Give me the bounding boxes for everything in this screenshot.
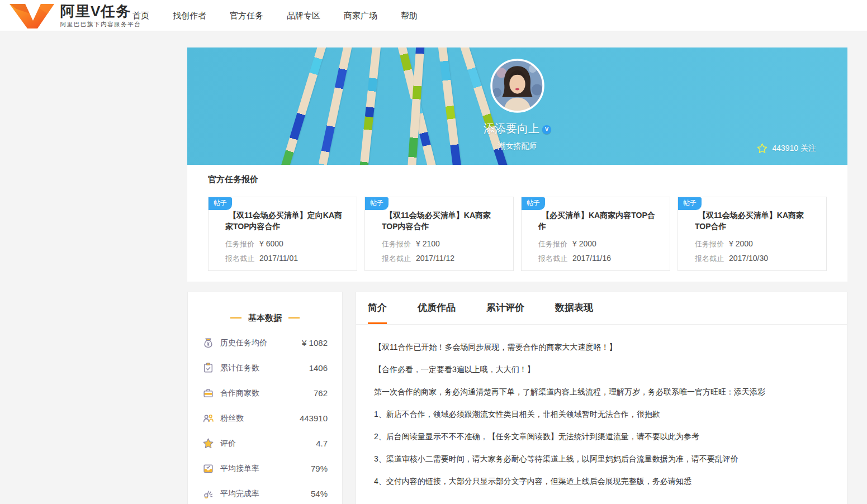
stat-label: 粉丝数 <box>220 413 244 424</box>
intro-paragraph: 1、新店不合作，领域必须跟潮流女性类目相关，非相关领域暂时无法合作，很抱歉 <box>374 408 830 420</box>
task-price-row: 任务报价¥ 2100 <box>382 239 513 249</box>
profile-name: 添添要向上 <box>484 122 539 135</box>
intro-paragraph: 3、渠道审核小二需要时间，请大家务必耐心等待渠道上线，以阿里妈妈后台流量数据为准… <box>374 453 830 465</box>
site-logo[interactable]: 阿里V任务 阿里巴巴旗下内容服务平台 <box>8 3 141 28</box>
fans-icon <box>202 412 214 424</box>
nav-item-find-creators[interactable]: 找创作者 <box>173 11 206 21</box>
task-price-value: ¥ 2000 <box>572 239 596 248</box>
task-deadline-row: 报名截止2017/11/16 <box>538 254 670 264</box>
task-price-row: 任务报价¥ 2000 <box>538 239 670 249</box>
tab-reviews[interactable]: 累计评价 <box>486 292 524 324</box>
stat-row-total-tasks: 累计任务数 1406 <box>188 355 342 381</box>
detail-tabs: 简介 优质作品 累计评价 数据表现 <box>356 292 847 325</box>
profile-name-row: 添添要向上V <box>187 121 847 136</box>
stat-label: 累计任务数 <box>220 363 259 373</box>
task-price-label: 任务报价 <box>225 240 254 248</box>
intro-paragraph: 第一次合作的商家，务必沟通清楚再下单，了解渠道内容上线流程，理解万岁，务必联系唯… <box>374 386 830 398</box>
profile-banner: 添添要向上V 潮女搭配师 443910 关注 <box>187 47 847 165</box>
stat-row-accept-rate: 平均接单率 79% <box>188 456 342 481</box>
profile-detail-panel: 简介 优质作品 累计评价 数据表现 【双11合作已开始！多会场同步展现，需要合作… <box>356 292 847 504</box>
followers-count: 443910 关注 <box>772 144 816 154</box>
verified-badge-icon: V <box>542 125 551 134</box>
post-tag-badge: 帖子 <box>209 197 232 210</box>
nav-item-brand-zone[interactable]: 品牌专区 <box>287 11 320 21</box>
main-nav: 首页 找创作者 官方任务 品牌专区 商家广场 帮助 <box>132 0 441 31</box>
nav-item-home[interactable]: 首页 <box>132 11 149 21</box>
task-card[interactable]: 帖子 【必买清单】KA商家内容TOP合作 任务报价¥ 2000 报名截止2017… <box>521 197 670 271</box>
stat-label: 历史任务均价 <box>220 338 267 348</box>
dash-decoration <box>230 317 241 318</box>
nav-item-merchant-plaza[interactable]: 商家广场 <box>344 11 377 21</box>
stat-value: 54% <box>311 489 328 498</box>
profile-category: 潮女搭配师 <box>187 141 847 151</box>
stat-value: 1406 <box>309 363 328 373</box>
post-tag-badge: 帖子 <box>365 197 389 210</box>
post-tag-badge: 帖子 <box>522 197 545 210</box>
stat-value: 443910 <box>300 413 328 423</box>
post-tag-badge: 帖子 <box>678 197 702 210</box>
stat-value: 79% <box>311 464 328 473</box>
logo-text: 阿里V任务 阿里巴巴旗下内容服务平台 <box>60 3 141 28</box>
task-price-row: 任务报价¥ 6000 <box>225 239 357 249</box>
logo-subtitle: 阿里巴巴旗下内容服务平台 <box>60 21 141 28</box>
top-header: 阿里V任务 阿里巴巴旗下内容服务平台 首页 找创作者 官方任务 品牌专区 商家广… <box>0 0 867 31</box>
task-title: 【必买清单】KA商家内容TOP合作 <box>538 210 661 232</box>
star-follow-icon <box>757 143 767 154</box>
task-deadline-value: 2017/11/01 <box>259 254 298 263</box>
stat-value: ¥ 1082 <box>302 338 328 348</box>
section-title-official-tasks: 官方任务报价 <box>208 174 827 185</box>
stat-row-rating: 评价 4.7 <box>188 431 342 456</box>
page-container: 添添要向上V 潮女搭配师 443910 关注 官方任务报价 帖子 【双11会场必… <box>187 47 847 504</box>
intro-paragraph: 2、后台阅读量显示不不不准确，【任务文章阅读数】无法统计到渠道流量，请不要以此为… <box>374 431 830 443</box>
task-card[interactable]: 帖子 【双11会场必买清单】KA商家TOP合作 任务报价¥ 2000 报名截止2… <box>678 197 827 271</box>
profile-identity: 添添要向上V 潮女搭配师 <box>187 59 847 151</box>
complete-rate-icon <box>202 488 214 500</box>
stat-label: 评价 <box>220 439 236 449</box>
task-deadline-row: 报名截止2017/10/30 <box>695 254 826 264</box>
task-deadline-label: 报名截止 <box>695 254 724 263</box>
task-card[interactable]: 帖子 【双11会场必买清单】定向KA商家TOP内容合作 任务报价¥ 6000 报… <box>208 197 357 271</box>
stat-label: 平均完成率 <box>220 489 259 499</box>
stat-row-avg-price: 历史任务均价 ¥ 1082 <box>188 330 342 355</box>
nav-item-official-tasks[interactable]: 官方任务 <box>230 11 263 21</box>
briefcase-icon <box>202 387 214 399</box>
stat-value: 4.7 <box>316 439 328 448</box>
task-deadline-label: 报名截止 <box>538 254 567 263</box>
task-deadline-value: 2017/10/30 <box>729 254 768 263</box>
task-price-label: 任务报价 <box>695 240 724 248</box>
dash-decoration <box>288 317 300 318</box>
stat-row-partner-merchants: 合作商家数 762 <box>188 381 342 406</box>
logo-title: 阿里V任务 <box>60 3 141 19</box>
nav-item-help[interactable]: 帮助 <box>401 11 418 21</box>
lower-columns: 基本数据 历史任务均价 ¥ 1082 累计任务数 1406 <box>187 292 847 504</box>
follow-button[interactable]: 443910 关注 <box>757 143 816 154</box>
intro-paragraph: 【合作必看，一定要看3遍以上哦，大大们！】 <box>374 364 830 375</box>
tab-featured-works[interactable]: 优质作品 <box>418 292 456 324</box>
basic-data-title-text: 基本数据 <box>248 313 282 322</box>
task-title: 【双11会场必买清单】KA商家TOP内容合作 <box>382 210 504 232</box>
task-list-icon <box>202 362 214 374</box>
task-deadline-row: 报名截止2017/11/12 <box>382 254 513 264</box>
tab-intro[interactable]: 简介 <box>368 292 387 324</box>
task-card-list: 帖子 【双11会场必买清单】定向KA商家TOP内容合作 任务报价¥ 6000 报… <box>208 197 827 271</box>
basic-data-panel: 基本数据 历史任务均价 ¥ 1082 累计任务数 1406 <box>187 292 343 504</box>
intro-text-block: 【双11合作已开始！多会场同步展现，需要合作的商家大大速度咯！】 【合作必看，一… <box>356 325 847 503</box>
intro-paragraph: 【双11合作已开始！多会场同步展现，需要合作的商家大大速度咯！】 <box>374 341 830 353</box>
money-bag-icon <box>202 337 214 349</box>
task-card[interactable]: 帖子 【双11会场必买清单】KA商家TOP内容合作 任务报价¥ 2100 报名截… <box>364 197 514 271</box>
task-deadline-label: 报名截止 <box>225 254 254 263</box>
basic-data-title: 基本数据 <box>188 313 342 324</box>
stat-label: 平均接单率 <box>220 464 259 474</box>
official-task-section: 官方任务报价 帖子 【双11会场必买清单】定向KA商家TOP内容合作 任务报价¥… <box>187 165 847 282</box>
avatar[interactable] <box>490 59 544 113</box>
task-price-label: 任务报价 <box>538 240 567 248</box>
tab-data-performance[interactable]: 数据表现 <box>555 292 593 324</box>
task-title: 【双11会场必买清单】KA商家TOP合作 <box>695 210 817 232</box>
task-deadline-value: 2017/11/12 <box>416 254 454 263</box>
stat-label: 合作商家数 <box>220 388 259 398</box>
task-price-value: ¥ 2000 <box>729 239 753 248</box>
task-title: 【双11会场必买清单】定向KA商家TOP内容合作 <box>225 210 348 232</box>
task-deadline-row: 报名截止2017/11/01 <box>225 254 357 264</box>
task-deadline-value: 2017/11/16 <box>572 254 611 263</box>
stat-row-fans: 粉丝数 443910 <box>188 406 342 431</box>
